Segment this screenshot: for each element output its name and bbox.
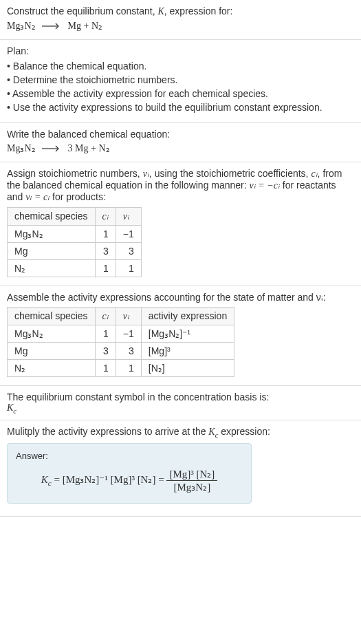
- cell-c: 1: [95, 259, 116, 277]
- cell-v: 3: [116, 242, 141, 259]
- activity-table: chemical species cᵢ νᵢ activity expressi…: [7, 307, 234, 377]
- vi-header: νᵢ: [123, 211, 129, 222]
- col-ci: cᵢ: [95, 307, 116, 325]
- cell-c: 1: [95, 225, 116, 242]
- col-ci: cᵢ: [95, 207, 116, 225]
- header-section: Construct the equilibrium constant, K, e…: [0, 0, 361, 40]
- col-vi: νᵢ: [116, 307, 141, 325]
- table-header-row: chemical species cᵢ νᵢ activity expressi…: [8, 307, 234, 325]
- activity-section: Assemble the activity expressions accoun…: [0, 286, 361, 386]
- kc-lhs: Kc: [41, 474, 52, 485]
- cell-v: 1: [116, 359, 141, 376]
- answer-box: Answer: Kc = [Mg₃N₂]⁻¹ [Mg]³ [N₂] = [Mg]…: [7, 443, 252, 504]
- cell-species: Mg₃N₂: [8, 225, 96, 242]
- table-row: Mg₃N₂ 1 −1: [8, 225, 142, 242]
- cell-v: 3: [116, 342, 141, 359]
- cell-act: [Mg]³: [141, 342, 234, 359]
- col-species: chemical species: [8, 307, 96, 325]
- eq-lhs: Mg₃N₂: [7, 143, 36, 153]
- table-row: Mg 3 3 [Mg]³: [8, 342, 234, 359]
- balanced-heading: Write the balanced chemical equation:: [7, 129, 354, 140]
- cell-c: 1: [95, 325, 116, 342]
- plan-section: Plan: • Balance the chemical equation. •…: [0, 40, 361, 123]
- list-item: • Determine the stoichiometric numbers.: [7, 73, 354, 87]
- balanced-section: Write the balanced chemical equation: Mg…: [0, 123, 361, 162]
- nu-i: νᵢ: [143, 169, 149, 179]
- table-row: N₂ 1 1 [N₂]: [8, 359, 234, 376]
- stoich-section: Assign stoichiometric numbers, νᵢ, using…: [0, 162, 361, 286]
- eq-lhs: Mg₃N₂: [7, 21, 36, 31]
- multiply-section: Mulitply the activity expressions to arr…: [0, 420, 361, 517]
- kc-fraction: [Mg]³ [N₂] [Mg₃N₂]: [166, 468, 217, 493]
- table-row: N₂ 1 1: [8, 259, 142, 277]
- activity-intro: Assemble the activity expressions accoun…: [7, 292, 354, 303]
- cell-species: Mg: [8, 242, 96, 259]
- rule-prod: νᵢ = cᵢ: [25, 192, 50, 202]
- ci-header: cᵢ: [102, 311, 109, 321]
- title-text-1: Construct the equilibrium constant,: [7, 6, 157, 17]
- stoich-intro: Assign stoichiometric numbers, νᵢ, using…: [7, 168, 354, 203]
- fraction-denominator: [Mg₃N₂]: [166, 481, 217, 493]
- kc-expression: Kc = [Mg₃N₂]⁻¹ [Mg]³ [N₂] = [Mg]³ [N₂] […: [16, 468, 243, 493]
- cell-c: 3: [95, 342, 116, 359]
- cell-species: N₂: [8, 359, 96, 376]
- plan-heading: Plan:: [7, 45, 354, 56]
- multiply-line: Mulitply the activity expressions to arr…: [7, 426, 354, 439]
- list-item: • Assemble the activity expression for e…: [7, 87, 354, 100]
- col-activity: activity expression: [141, 307, 234, 325]
- cell-species: Mg₃N₂: [8, 325, 96, 342]
- cell-v: −1: [116, 325, 141, 342]
- cell-act: [N₂]: [141, 359, 234, 376]
- list-item: • Balance the chemical equation.: [7, 59, 354, 73]
- reaction-arrow-icon: [42, 21, 61, 32]
- plan-list: • Balance the chemical equation. • Deter…: [7, 59, 354, 114]
- plan-item-text: Balance the chemical equation.: [13, 61, 147, 72]
- text: Assign stoichiometric numbers,: [7, 168, 143, 179]
- col-species: chemical species: [8, 207, 96, 225]
- cell-species: Mg: [8, 342, 96, 359]
- stoich-table: chemical species cᵢ νᵢ Mg₃N₂ 1 −1 Mg 3 3…: [7, 207, 142, 277]
- table-row: Mg₃N₂ 1 −1 [Mg₃N₂]⁻¹: [8, 325, 234, 342]
- plan-item-text: Use the activity expressions to build th…: [13, 102, 322, 113]
- cell-act: [Mg₃N₂]⁻¹: [141, 325, 234, 342]
- text: for products:: [50, 191, 106, 202]
- vi-header: νᵢ: [123, 311, 129, 321]
- fraction-numerator: [Mg]³ [N₂]: [166, 468, 217, 481]
- list-item: • Use the activity expressions to build …: [7, 100, 354, 114]
- eq-rhs: Mg + N₂: [68, 21, 102, 31]
- text: , using the stoichiometric coefficients,: [149, 168, 311, 179]
- reaction-arrow-icon: [42, 144, 61, 155]
- kc-inline: Kc: [208, 427, 218, 437]
- rule-react: νᵢ = −cᵢ: [250, 180, 280, 191]
- plan-item-text: Determine the stoichiometric numbers.: [13, 74, 178, 85]
- title-text-2: , expression for:: [164, 6, 233, 17]
- answer-label: Answer:: [16, 451, 243, 461]
- cell-v: −1: [116, 225, 141, 242]
- plan-item-text: Assemble the activity expression for eac…: [12, 88, 268, 99]
- eq-rhs: 3 Mg + N₂: [68, 143, 110, 153]
- balanced-equation: Mg₃N₂ 3 Mg + N₂: [7, 140, 354, 156]
- text: expression:: [218, 426, 270, 437]
- col-vi: νᵢ: [116, 207, 141, 225]
- c-i: cᵢ: [311, 169, 317, 179]
- symbol-section: The equilibrium constant symbol in the c…: [0, 386, 361, 421]
- cell-c: 3: [95, 242, 116, 259]
- kc-mid: = [Mg₃N₂]⁻¹ [Mg]³ [N₂] =: [52, 474, 167, 485]
- text: Mulitply the activity expressions to arr…: [7, 426, 208, 437]
- K-symbol: K: [157, 6, 164, 17]
- table-row: Mg 3 3: [8, 242, 142, 259]
- symbol-line: The equilibrium constant symbol in the c…: [7, 391, 354, 402]
- cell-species: N₂: [8, 259, 96, 277]
- cell-c: 1: [95, 359, 116, 376]
- unbalanced-equation: Mg₃N₂ Mg + N₂: [7, 17, 354, 34]
- kc-symbol: Kc: [7, 402, 354, 415]
- table-header-row: chemical species cᵢ νᵢ: [8, 207, 142, 225]
- cell-v: 1: [116, 259, 141, 277]
- ci-header: cᵢ: [102, 211, 109, 222]
- title-line: Construct the equilibrium constant, K, e…: [7, 6, 354, 17]
